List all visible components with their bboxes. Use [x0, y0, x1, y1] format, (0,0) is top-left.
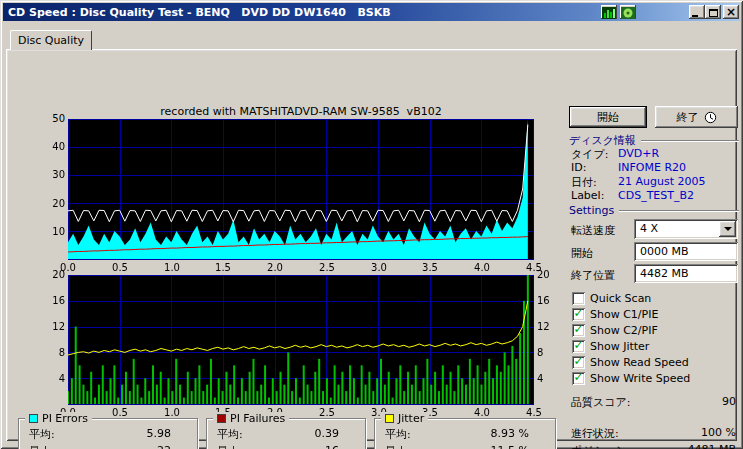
jitter-swatch [385, 414, 394, 423]
pi-failures-title: PI Failures [230, 412, 285, 425]
x-tick: 1.0 [159, 262, 185, 273]
titlebar-utility-icon-2[interactable] [620, 5, 636, 19]
disc-info-label: Label: [571, 189, 604, 202]
checkbox-label: Quick Scan [590, 292, 651, 305]
x-tick: 3.0 [366, 262, 392, 273]
stat-label: 最大: [385, 445, 411, 449]
checkbox-box[interactable] [572, 292, 585, 305]
chevron-down-icon [724, 227, 732, 231]
divider [641, 140, 739, 142]
checkbox-quick-scan[interactable]: Quick Scan [572, 291, 651, 305]
stat-label: 最大: [217, 445, 243, 449]
stat-value: 0.39 [315, 427, 340, 440]
jitter-box: Jitter 平均:8.93 % 最大:11.5 % PO Failures:0 [374, 418, 556, 449]
settings-header: Settings [569, 204, 739, 217]
stat-value: 5.98 [147, 427, 172, 440]
pi-errors-title: PI Errors [42, 412, 88, 425]
checkbox-label: Show C1/PIE [590, 308, 658, 321]
divider [619, 210, 739, 212]
exit-button[interactable]: 終了 [655, 106, 738, 128]
end-position-value: 4482 MB [640, 267, 689, 280]
tab-disc-quality[interactable]: Disc Quality [10, 30, 92, 50]
stat-value: 8.93 % [491, 427, 529, 440]
stat-label: 最大: [29, 445, 55, 449]
x-tick: 1.0 [159, 407, 185, 418]
stat-label: 平均: [29, 428, 55, 441]
x-tick: 4.5 [521, 407, 547, 418]
minimize-button[interactable] [689, 5, 705, 19]
window-title: CD Speed : Disc Quality Test - BENQ DVD … [3, 6, 391, 19]
disc-info-label: 日付: [571, 175, 597, 190]
y-tick: 30 [43, 169, 65, 180]
tab-label: Disc Quality [18, 34, 84, 47]
stat-label: 平均: [385, 428, 411, 441]
start-position-field[interactable]: 0000 MB [634, 242, 738, 261]
disc-info-value: CDS_TEST_B2 [618, 189, 694, 202]
checkbox-label: Show C2/PIF [590, 324, 658, 337]
progress-value: 100 % [631, 426, 736, 439]
checkbox-show-c1-pie[interactable]: ✓ Show C1/PIE [572, 307, 658, 321]
app-window: CD Speed : Disc Quality Test - BENQ DVD … [0, 0, 743, 449]
x-tick: 0.5 [107, 262, 133, 273]
start-position-label: 開始 [571, 246, 593, 261]
checkbox-show-jitter[interactable]: ✓ Show Jitter [572, 339, 649, 353]
end-position-label: 終了位置 [571, 268, 615, 283]
tab-page: recorded with MATSHITADVD-RAM SW-9585 vB… [6, 49, 737, 441]
checkbox-box[interactable]: ✓ [572, 340, 585, 353]
close-button[interactable]: × [723, 5, 739, 19]
disc-info-header: ディスク情報 [569, 133, 739, 148]
stat-value: 16 [325, 444, 339, 449]
mini-disc-icon [621, 7, 635, 19]
speed-select[interactable]: 4 X [634, 219, 738, 239]
pie-chart-canvas [68, 119, 534, 260]
checkbox-box[interactable]: ✓ [572, 308, 585, 321]
y-tick-right: 4 [537, 373, 557, 384]
y-tick-right: 8 [537, 347, 557, 358]
quality-score-value: 90 [631, 395, 736, 408]
speed-select-arrow[interactable] [719, 221, 736, 237]
x-tick: 0.5 [107, 407, 133, 418]
x-tick: 2.5 [314, 262, 340, 273]
stat-value: 22 [157, 444, 171, 449]
mini-chart-icon [602, 7, 616, 19]
speed-select-label: 転送速度 [571, 223, 615, 238]
checkbox-box[interactable]: ✓ [572, 356, 585, 369]
maximize-button[interactable] [705, 5, 721, 19]
x-tick: 2.0 [262, 262, 288, 273]
stat-value: 11.5 % [491, 444, 529, 449]
start-position-value: 0000 MB [640, 245, 689, 258]
start-button[interactable]: 開始 [569, 106, 647, 128]
disc-info-label: ID: [571, 161, 586, 174]
y-tick-right: 20 [537, 269, 557, 280]
maximize-icon [709, 9, 718, 17]
x-tick: 3.5 [417, 262, 443, 273]
close-icon: × [723, 7, 739, 18]
pi-failures-swatch [217, 414, 226, 423]
x-tick: 1.5 [210, 262, 236, 273]
y-tick: 10 [43, 226, 65, 237]
y-tick: 40 [43, 141, 65, 152]
jitter-title: Jitter [398, 412, 424, 425]
progress-label: 進行状況: [571, 426, 619, 441]
minimize-icon [692, 15, 698, 17]
pi-errors-box: PI Errors 平均:5.98 最大:22 合計:67593 [18, 418, 198, 449]
checkbox-box[interactable]: ✓ [572, 372, 585, 385]
y-tick: 12 [43, 321, 65, 332]
quality-score-label: 品質スコア: [571, 395, 630, 410]
checkbox-show-read-speed[interactable]: ✓ Show Read Speed [572, 355, 689, 369]
checkbox-show-c2-pif[interactable]: ✓ Show C2/PIF [572, 323, 658, 337]
x-tick: 4.0 [469, 407, 495, 418]
y-tick: 4 [43, 373, 65, 384]
pif-chart-canvas [68, 275, 534, 405]
end-position-field[interactable]: 4482 MB [634, 264, 738, 283]
checkbox-label: Show Write Speed [590, 372, 690, 385]
checkbox-show-write-speed[interactable]: ✓ Show Write Speed [572, 371, 690, 385]
y-tick-right: 16 [537, 295, 557, 306]
x-tick: 2.5 [314, 407, 340, 418]
checkbox-box[interactable]: ✓ [572, 324, 585, 337]
speed-select-value: 4 X [640, 222, 658, 235]
titlebar-utility-icon-1[interactable] [601, 5, 617, 19]
disc-info-value: DVD+R [618, 147, 659, 160]
clock-icon [704, 111, 717, 124]
titlebar[interactable]: CD Speed : Disc Quality Test - BENQ DVD … [3, 3, 740, 21]
